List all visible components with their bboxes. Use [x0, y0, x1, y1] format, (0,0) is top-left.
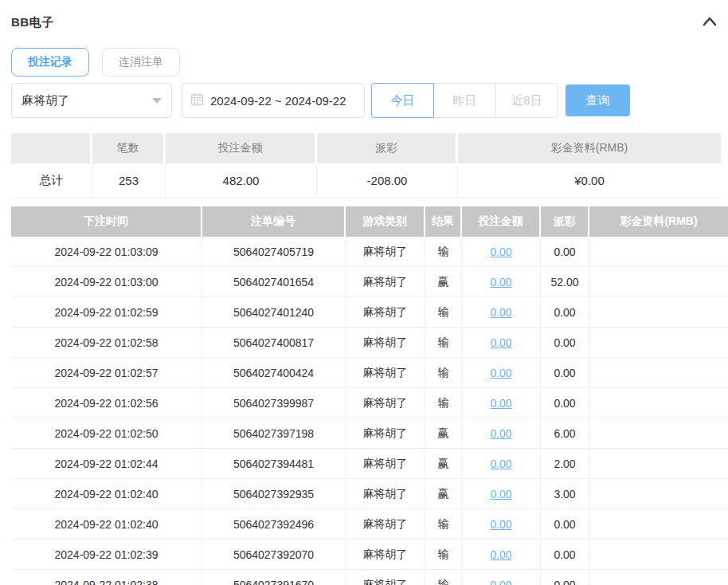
bet-amount-link[interactable]: 0.00: [490, 367, 511, 379]
cell-result: 输: [425, 328, 462, 358]
cell-order-no: 5064027401654: [202, 267, 346, 297]
date-range-input[interactable]: 2024-09-22 ~ 2024-09-22: [182, 83, 365, 118]
bet-amount-link[interactable]: 0.00: [490, 548, 511, 561]
table-row: 2024-09-22 01:02:57 5064027400424 麻将胡了 输…: [11, 358, 728, 388]
cell-result: 输: [425, 297, 462, 328]
query-button[interactable]: 查询: [566, 84, 630, 116]
cell-bet-amount: 0.00: [462, 267, 541, 297]
cell-game-type: 麻将胡了: [346, 540, 425, 570]
bet-amount-link[interactable]: 0.00: [490, 276, 511, 289]
cell-payout: 0.00: [541, 540, 589, 570]
cell-result: 输: [425, 358, 462, 388]
col-header-bonus: 彩金资料(RMB): [589, 206, 728, 237]
cell-result: 输: [425, 509, 462, 540]
tab-betting-records[interactable]: 投注记录: [11, 48, 89, 77]
cell-bet-time: 2024-09-22 01:03:00: [11, 267, 202, 297]
cell-order-no: 5064027391670: [202, 570, 346, 585]
col-header-result: 结果: [425, 206, 462, 237]
cell-order-no: 5064027392935: [202, 479, 346, 509]
cell-order-no: 5064027401240: [202, 297, 346, 328]
cell-bonus: [589, 540, 728, 570]
cell-bet-time: 2024-09-22 01:02:44: [11, 449, 202, 479]
cell-game-type: 麻将胡了: [346, 297, 425, 328]
cell-payout: 0.00: [541, 297, 589, 328]
cell-order-no: 5064027392070: [202, 540, 346, 570]
today-button[interactable]: 今日: [371, 83, 434, 118]
cell-bet-time: 2024-09-22 01:02:38: [11, 570, 202, 585]
cell-payout: 0.00: [541, 328, 589, 358]
tab-cancelled-orders[interactable]: 连消注单: [102, 48, 180, 77]
collapse-button[interactable]: [701, 14, 718, 31]
table-row: 2024-09-22 01:02:40 5064027392935 麻将胡了 赢…: [11, 479, 728, 509]
cell-bet-time: 2024-09-22 01:02:56: [11, 388, 202, 418]
quick-range-group: 今日 昨日 近8日: [371, 83, 558, 118]
table-row: 2024-09-22 01:02:38 5064027391670 麻将胡了 输…: [11, 570, 728, 585]
cell-order-no: 5064027405719: [202, 237, 346, 267]
cell-payout: 6.00: [541, 418, 589, 449]
bet-amount-link[interactable]: 0.00: [490, 336, 511, 349]
game-select[interactable]: 麻将胡了: [11, 83, 172, 118]
cell-bet-time: 2024-09-22 01:02:57: [11, 358, 202, 388]
cell-game-type: 麻将胡了: [346, 509, 425, 540]
table-row: 2024-09-22 01:02:39 5064027392070 麻将胡了 输…: [11, 540, 728, 570]
summary-total-payout: -208.00: [317, 163, 458, 198]
cell-game-type: 麻将胡了: [346, 358, 425, 388]
bet-amount-link[interactable]: 0.00: [490, 457, 511, 470]
date-range-value: 2024-09-22 ~ 2024-09-22: [210, 94, 346, 108]
table-row: 2024-09-22 01:02:50 5064027397198 麻将胡了 赢…: [11, 418, 728, 449]
summary-total-row: 总计 253 482.00 -208.00 ¥0.00: [11, 163, 721, 198]
cell-bet-amount: 0.00: [462, 237, 541, 267]
cell-payout: 3.00: [541, 479, 589, 509]
cell-bonus: [589, 237, 728, 267]
cell-result: 输: [425, 540, 462, 570]
table-body: 2024-09-22 01:03:09 5064027405719 麻将胡了 输…: [11, 237, 728, 585]
betting-records-panel: BB电子 投注记录 连消注单 麻将胡了 2024-09-22 ~ 2024-09…: [0, 0, 728, 585]
cell-bet-amount: 0.00: [462, 509, 541, 540]
cell-order-no: 5064027392496: [202, 509, 346, 540]
cell-payout: 0.00: [541, 237, 589, 267]
bet-amount-link[interactable]: 0.00: [490, 579, 511, 585]
cell-bet-amount: 0.00: [462, 479, 541, 509]
bet-amount-link[interactable]: 0.00: [490, 488, 511, 501]
panel-header: BB电子: [11, 14, 728, 30]
filter-bar: 麻将胡了 2024-09-22 ~ 2024-09-22 今日 昨日 近8日 查…: [11, 83, 728, 118]
cell-game-type: 麻将胡了: [346, 449, 425, 479]
cell-game-type: 麻将胡了: [346, 570, 425, 585]
bet-amount-link[interactable]: 0.00: [490, 397, 511, 410]
game-select-value: 麻将胡了: [22, 93, 69, 108]
summary-header-bet-amount: 投注金额: [166, 133, 317, 163]
cell-payout: 0.00: [541, 570, 589, 585]
cell-bet-amount: 0.00: [462, 297, 541, 328]
cell-order-no: 5064027397198: [202, 418, 346, 449]
table-row: 2024-09-22 01:02:58 5064027400817 麻将胡了 输…: [11, 328, 728, 358]
cell-bet-amount: 0.00: [462, 570, 541, 585]
summary-header-empty: [11, 133, 92, 163]
summary-header-bonus: 彩金资料(RMB): [458, 133, 721, 163]
caret-down-icon: [152, 98, 162, 104]
summary-total-bonus: ¥0.00: [458, 163, 721, 198]
cell-order-no: 5064027399987: [202, 388, 346, 418]
cell-bet-time: 2024-09-22 01:02:40: [11, 479, 202, 509]
cell-order-no: 5064027400817: [202, 328, 346, 358]
yesterday-button[interactable]: 昨日: [433, 83, 496, 118]
cell-payout: 52.00: [541, 267, 589, 297]
table-row: 2024-09-22 01:02:40 5064027392496 麻将胡了 输…: [11, 509, 728, 540]
calendar-icon: [190, 92, 204, 108]
cell-payout: 0.00: [541, 358, 589, 388]
summary-total-label: 总计: [11, 163, 92, 198]
last-8-days-button[interactable]: 近8日: [495, 83, 558, 118]
cell-bet-amount: 0.00: [462, 449, 541, 479]
col-header-game-type: 游戏类别: [346, 206, 425, 237]
cell-game-type: 麻将胡了: [346, 237, 425, 267]
bet-amount-link[interactable]: 0.00: [490, 245, 511, 258]
cell-result: 赢: [425, 418, 462, 449]
cell-bonus: [589, 388, 728, 418]
cell-bonus: [589, 509, 728, 540]
cell-bet-time: 2024-09-22 01:02:39: [11, 540, 202, 570]
cell-bonus: [589, 418, 728, 449]
cell-bet-amount: 0.00: [462, 418, 541, 449]
bet-amount-link[interactable]: 0.00: [490, 518, 511, 531]
table-row: 2024-09-22 01:02:44 5064027394481 麻将胡了 赢…: [11, 449, 728, 479]
bet-amount-link[interactable]: 0.00: [490, 427, 511, 440]
bet-amount-link[interactable]: 0.00: [490, 306, 511, 319]
